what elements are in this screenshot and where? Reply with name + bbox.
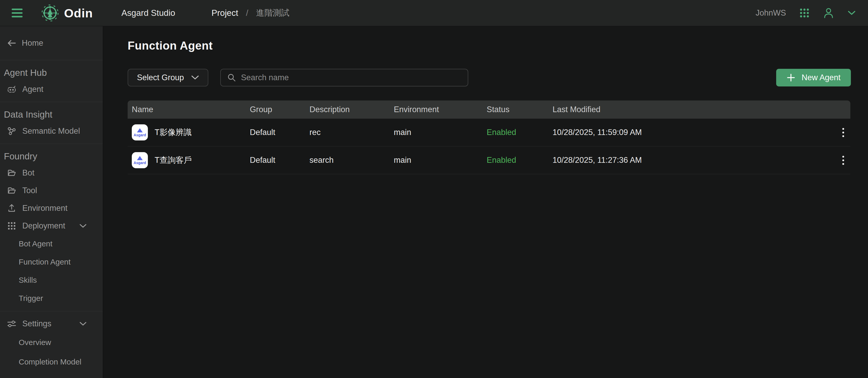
- odin-logo-icon: [41, 4, 59, 22]
- upload-icon: [7, 204, 17, 213]
- plus-icon: [786, 73, 795, 82]
- agent-environment: main: [394, 128, 487, 137]
- sliders-icon: [7, 319, 17, 328]
- chevron-down-icon[interactable]: [80, 322, 87, 326]
- sidebar-group-agent-hub: Agent Hub Agent: [0, 60, 103, 102]
- asgard-icon-label: Asgard: [133, 161, 146, 165]
- odin-logo[interactable]: Odin: [41, 4, 93, 22]
- sidebar: Home Agent Hub Agent Data Insight: [0, 26, 103, 378]
- status-badge: Enabled: [487, 155, 553, 165]
- sidebar-item-agent[interactable]: Agent: [0, 81, 103, 98]
- column-header-name: Name: [132, 105, 250, 114]
- agents-table: Name Group Description Environment Statu…: [128, 100, 850, 174]
- agent-environment: main: [394, 155, 487, 165]
- sidebar-item-deployment[interactable]: Deployment: [0, 217, 103, 235]
- sidebar-back-home[interactable]: Home: [0, 26, 103, 60]
- folder-icon: [7, 186, 17, 195]
- agent-group: Default: [250, 128, 309, 137]
- sidebar-subitem-label: Trigger: [19, 294, 43, 303]
- column-header-last-modified: Last Modified: [553, 105, 836, 114]
- sidebar-group-settings: Settings Overview Completion Model: [0, 311, 103, 375]
- sidebar-item-label: Agent: [22, 85, 43, 94]
- column-header-description: Description: [309, 105, 394, 114]
- breadcrumb-project[interactable]: Project: [211, 8, 238, 18]
- asgard-app-icon: Asgard: [132, 124, 148, 141]
- sidebar-item-label: Semantic Model: [22, 126, 80, 136]
- table-row[interactable]: Asgard T查詢客戶 Default search main Enabled…: [128, 146, 850, 174]
- kebab-menu-icon[interactable]: [840, 126, 846, 139]
- breadcrumb: Project / 進階測試: [211, 7, 289, 19]
- breadcrumb-separator: /: [246, 8, 248, 18]
- agent-description: rec: [309, 128, 394, 137]
- chevron-down-icon[interactable]: [80, 224, 87, 228]
- sidebar-item-label: Settings: [22, 319, 51, 328]
- sidebar-group-title: Foundry: [0, 144, 103, 164]
- sidebar-item-tool[interactable]: Tool: [0, 182, 103, 199]
- user-avatar-icon[interactable]: [823, 7, 834, 19]
- sidebar-item-environment[interactable]: Environment: [0, 199, 103, 217]
- username-label: JohnWS: [756, 8, 786, 18]
- sidebar-subitem-overview[interactable]: Overview: [0, 332, 103, 352]
- sidebar-item-label: Deployment: [22, 221, 65, 231]
- sidebar-subitem-bot-agent[interactable]: Bot Agent: [0, 235, 103, 253]
- network-icon: [7, 126, 17, 136]
- column-header-status: Status: [487, 105, 553, 114]
- sidebar-group-data-insight: Data Insight Semantic Model: [0, 102, 103, 144]
- sidebar-group-title: Agent Hub: [0, 60, 103, 81]
- table-row[interactable]: Asgard T影像辨識 Default rec main Enabled 10…: [128, 119, 850, 146]
- logo-text: Odin: [64, 6, 93, 20]
- sidebar-subitem-function-agent[interactable]: Function Agent: [0, 253, 103, 271]
- agent-last-modified: 10/28/2025, 11:27:36 AM: [553, 155, 836, 165]
- robot-icon: [7, 84, 17, 94]
- agent-description: search: [309, 155, 394, 165]
- agent-last-modified: 10/28/2025, 11:59:09 AM: [553, 128, 836, 137]
- account-chevron-down-icon[interactable]: [848, 11, 856, 15]
- sidebar-subitem-label: Skills: [19, 276, 37, 285]
- group-select-dropdown[interactable]: Select Group: [128, 69, 208, 86]
- apps-grid-icon[interactable]: [800, 8, 809, 18]
- status-badge: Enabled: [487, 128, 553, 137]
- kebab-menu-icon[interactable]: [840, 154, 846, 167]
- grid-dots-icon: [7, 222, 17, 230]
- agent-name: T影像辨識: [155, 127, 192, 138]
- main-content: Function Agent Select Group: [103, 26, 868, 378]
- sidebar-subitem-label: Completion Model: [19, 357, 82, 366]
- sidebar-subitem-label: Function Agent: [19, 258, 70, 266]
- column-header-environment: Environment: [394, 105, 487, 114]
- column-header-group: Group: [250, 105, 309, 114]
- new-agent-label: New Agent: [802, 73, 840, 82]
- search-icon: [227, 73, 236, 82]
- sidebar-item-label: Tool: [22, 186, 37, 195]
- agent-name: T查詢客戶: [155, 155, 192, 166]
- sidebar-subitem-completion-model[interactable]: Completion Model: [0, 352, 103, 372]
- sidebar-back-label: Home: [22, 38, 43, 48]
- studio-name[interactable]: Asgard Studio: [121, 8, 175, 18]
- arrow-left-icon: [7, 39, 16, 47]
- search-box: [220, 69, 468, 86]
- hamburger-menu-icon[interactable]: [12, 5, 28, 21]
- sidebar-group-title: Data Insight: [0, 102, 103, 122]
- sidebar-item-settings[interactable]: Settings: [0, 315, 103, 332]
- sidebar-group-foundry: Foundry Bot Tool: [0, 144, 103, 311]
- breadcrumb-current: 進階測試: [256, 7, 289, 19]
- asgard-app-icon: Asgard: [132, 152, 148, 168]
- topbar: Odin Asgard Studio Project / 進階測試 JohnWS: [0, 0, 868, 26]
- table-header: Name Group Description Environment Statu…: [128, 100, 850, 119]
- asgard-icon-label: Asgard: [133, 133, 146, 137]
- sidebar-subitem-label: Bot Agent: [19, 239, 53, 248]
- sidebar-subitem-skills[interactable]: Skills: [0, 271, 103, 289]
- new-agent-button[interactable]: New Agent: [776, 69, 851, 86]
- sidebar-item-label: Environment: [22, 204, 67, 213]
- folder-icon: [7, 169, 17, 177]
- group-select-label: Select Group: [137, 73, 184, 82]
- sidebar-item-semantic-model[interactable]: Semantic Model: [0, 122, 103, 140]
- sidebar-item-bot[interactable]: Bot: [0, 164, 103, 182]
- sidebar-subitem-trigger[interactable]: Trigger: [0, 289, 103, 308]
- sidebar-subitem-label: Overview: [19, 338, 51, 347]
- chevron-down-icon: [191, 75, 199, 80]
- agent-group: Default: [250, 155, 309, 165]
- sidebar-item-label: Bot: [22, 168, 34, 178]
- search-input[interactable]: [241, 73, 462, 82]
- toolbar: Select Group: [128, 69, 851, 86]
- page-title: Function Agent: [128, 39, 851, 52]
